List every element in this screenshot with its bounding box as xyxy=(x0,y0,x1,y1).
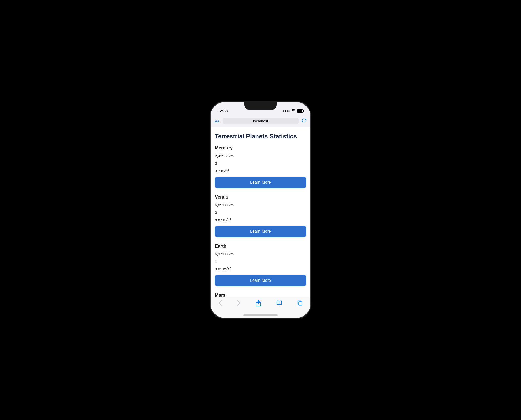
planet-section: Earth 6,371.0 km 1 9.81 m/s2 Learn More xyxy=(215,243,306,286)
url-bar[interactable]: localhost xyxy=(223,118,299,124)
wifi-icon xyxy=(291,109,295,113)
screen: 12:23 AA localhost xyxy=(211,102,310,318)
page-content: Terrestrial Planets Statistics Mercury 2… xyxy=(211,127,310,297)
page-title: Terrestrial Planets Statistics xyxy=(215,132,306,140)
learn-more-button[interactable]: Learn More xyxy=(215,275,306,286)
share-button[interactable] xyxy=(253,300,264,306)
learn-more-button[interactable]: Learn More xyxy=(215,226,306,237)
signal-icon xyxy=(283,110,290,112)
planet-radius: 6,371.0 km xyxy=(215,251,306,257)
planet-name: Mercury xyxy=(215,145,306,151)
battery-icon xyxy=(297,109,303,113)
status-bar: 12:23 xyxy=(211,102,310,115)
planet-name: Venus xyxy=(215,194,306,200)
planet-gravity: 3.7 m/s2 xyxy=(215,168,306,173)
planet-moons: 1 xyxy=(215,259,306,264)
planet-section: Mercury 2,439.7 km 0 3.7 m/s2 Learn More xyxy=(215,145,306,188)
bookmarks-button[interactable] xyxy=(274,300,285,306)
phone-frame: 12:23 AA localhost xyxy=(211,102,310,318)
planet-moons: 0 xyxy=(215,161,306,166)
planet-section: Venus 6,051.8 km 0 8.87 m/s2 Learn More xyxy=(215,194,306,237)
font-size-button[interactable]: AA xyxy=(215,119,220,123)
home-indicator xyxy=(243,314,278,316)
status-icons xyxy=(283,109,303,113)
notch xyxy=(244,102,277,110)
refresh-button[interactable] xyxy=(302,118,306,124)
planet-moons: 0 xyxy=(215,210,306,215)
tabs-button[interactable] xyxy=(295,300,305,306)
address-bar: AA localhost xyxy=(211,115,310,127)
back-button[interactable] xyxy=(216,300,224,306)
planet-radius: 6,051.8 km xyxy=(215,202,306,208)
planet-section: Mars 3,389.5 km 2 3.72 m/s2 Learn More xyxy=(215,293,306,297)
planets-list: Mercury 2,439.7 km 0 3.7 m/s2 Learn More… xyxy=(215,145,306,297)
planet-name: Earth xyxy=(215,243,306,249)
forward-button[interactable] xyxy=(234,300,243,306)
planet-gravity: 9.81 m/s2 xyxy=(215,266,306,272)
svg-rect-2 xyxy=(299,302,302,305)
learn-more-button[interactable]: Learn More xyxy=(215,177,306,188)
planet-name: Mars xyxy=(215,293,306,297)
planet-gravity: 8.87 m/s2 xyxy=(215,217,306,223)
planet-radius: 2,439.7 km xyxy=(215,153,306,159)
